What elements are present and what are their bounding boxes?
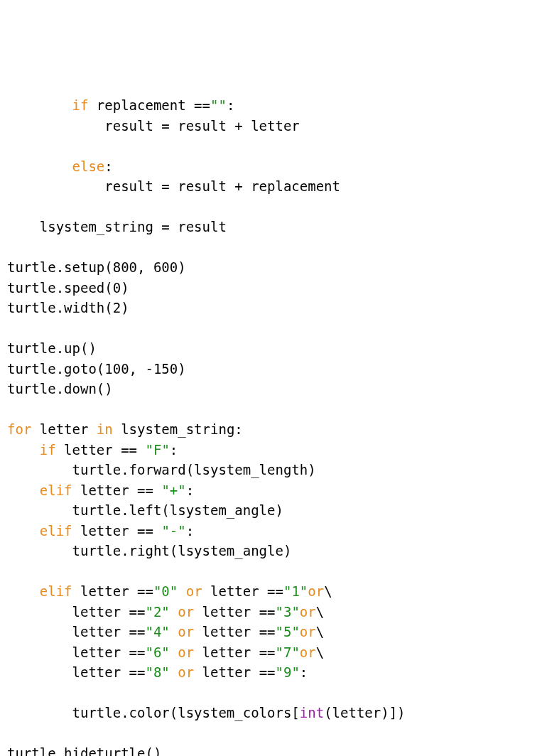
- code-token: "7": [276, 644, 300, 660]
- code-token: in: [97, 421, 113, 437]
- code-token: [7, 583, 40, 599]
- code-token: \: [316, 644, 324, 660]
- code-token: "9": [276, 664, 300, 680]
- code-token: or: [178, 624, 194, 639]
- code-token: result = result + replacement: [7, 178, 340, 194]
- code-token: [7, 442, 40, 458]
- code-token: letter ==: [194, 604, 275, 620]
- code-token: or: [300, 624, 316, 639]
- code-token: "": [210, 97, 227, 113]
- code-token: lsystem_string = result: [7, 219, 227, 234]
- code-token: turtle.forward(lsystem_length): [7, 462, 316, 477]
- code-token: turtle.width(2): [7, 300, 129, 315]
- code-token: or: [300, 604, 316, 620]
- code-token: if: [72, 97, 89, 113]
- code-token: [170, 604, 178, 620]
- code-token: \: [324, 583, 332, 599]
- code-token: [7, 523, 40, 539]
- code-token: or: [178, 604, 194, 620]
- code-token: or: [178, 664, 194, 680]
- code-token: turtle.hideturtle(): [7, 745, 161, 756]
- code-token: or: [308, 583, 324, 599]
- code-token: [170, 644, 178, 660]
- code-block: if replacement =="": result = result + l…: [7, 95, 540, 756]
- code-token: [170, 624, 178, 639]
- code-token: or: [178, 644, 194, 660]
- code-token: letter ==: [194, 624, 275, 639]
- code-token: elif: [40, 482, 72, 498]
- code-token: turtle.left(lsystem_angle): [7, 502, 283, 518]
- code-token: [7, 158, 72, 174]
- code-token: letter ==: [194, 644, 275, 660]
- code-token: "5": [276, 624, 300, 639]
- code-token: [178, 583, 185, 599]
- code-token: letter ==: [7, 624, 145, 639]
- code-token: :: [300, 664, 308, 680]
- code-token: [7, 97, 72, 113]
- code-token: or: [186, 583, 202, 599]
- code-token: \: [316, 604, 324, 620]
- code-token: turtle.up(): [7, 340, 97, 356]
- code-token: "2": [145, 604, 169, 620]
- code-token: [170, 664, 178, 680]
- code-token: "1": [283, 583, 308, 599]
- code-token: elif: [40, 583, 72, 599]
- code-token: letter ==: [194, 664, 275, 680]
- code-token: :: [104, 158, 112, 174]
- code-token: lsystem_string:: [113, 421, 243, 437]
- code-token: result = result + letter: [7, 118, 300, 134]
- code-token: :: [186, 482, 194, 498]
- code-token: if: [40, 442, 56, 458]
- code-token: turtle.goto(100, -150): [7, 361, 186, 377]
- code-token: else: [72, 158, 105, 174]
- code-token: "8": [145, 664, 169, 680]
- code-token: turtle.color(lsystem_colors[: [7, 705, 300, 720]
- code-token: elif: [40, 523, 72, 539]
- code-token: turtle.speed(0): [7, 280, 129, 296]
- code-token: for: [7, 421, 31, 437]
- code-token: letter ==: [7, 604, 145, 620]
- code-token: letter ==: [7, 664, 145, 680]
- code-token: letter ==: [72, 482, 162, 498]
- code-token: "6": [145, 644, 169, 660]
- code-token: :: [186, 523, 194, 539]
- code-token: letter ==: [202, 583, 283, 599]
- code-token: "-": [161, 523, 185, 539]
- code-token: turtle.right(lsystem_angle): [7, 543, 291, 558]
- code-token: or: [300, 644, 316, 660]
- code-token: letter ==: [56, 442, 146, 458]
- code-token: "+": [161, 482, 185, 498]
- code-token: replacement ==: [88, 97, 210, 113]
- code-token: "F": [146, 442, 170, 458]
- code-token: (letter)]): [324, 705, 405, 720]
- code-token: letter ==: [7, 644, 145, 660]
- code-token: :: [227, 97, 234, 113]
- code-token: [7, 482, 40, 498]
- code-token: letter: [31, 421, 97, 437]
- code-token: letter ==: [72, 523, 162, 539]
- code-token: letter ==: [72, 583, 153, 599]
- code-token: "3": [276, 604, 300, 620]
- code-token: :: [170, 442, 178, 458]
- code-token: turtle.setup(800, 600): [7, 259, 186, 275]
- code-token: int: [300, 705, 324, 720]
- code-token: turtle.down(): [7, 381, 113, 396]
- code-token: \: [316, 624, 324, 639]
- code-token: "0": [153, 583, 178, 599]
- code-token: "4": [145, 624, 169, 639]
